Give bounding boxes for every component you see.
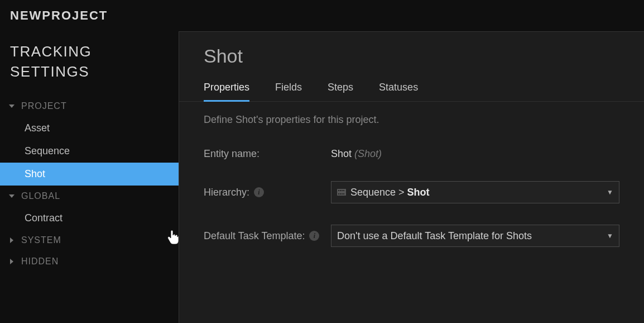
chevron-down-icon [8,104,16,108]
chevron-right-icon [8,259,16,264]
svg-rect-8 [343,193,344,194]
page-title: Shot [179,32,644,74]
info-icon[interactable]: i [309,231,319,241]
row-entity-name: Entity name: Shot (Shot) [204,148,619,160]
value-entity-name: Shot (Shot) [331,148,619,160]
main-panel: Shot Properties Fields Steps Statuses De… [179,31,644,323]
tabs: Properties Fields Steps Statuses [179,74,644,102]
info-icon[interactable]: i [254,187,264,197]
sidebar-section-global[interactable]: GLOBAL [0,186,179,207]
svg-rect-5 [338,193,339,194]
sidebar-section-hidden[interactable]: HIDDEN [0,251,179,272]
dropdown-caret-icon: ▼ [607,232,613,240]
chevron-right-icon [8,238,16,243]
properties-form: Entity name: Shot (Shot) Hierarchy: i [179,148,644,247]
body: TRACKING SETTINGS PROJECT Asset Sequence… [0,31,644,323]
sidebar-section-project[interactable]: PROJECT [0,96,179,117]
sidebar-section-label: HIDDEN [21,256,59,267]
tab-statuses[interactable]: Statuses [379,82,418,101]
app-root: NEWPROJECT TRACKING SETTINGS PROJECT Ass… [0,0,644,323]
sidebar-item-shot[interactable]: Shot [0,163,179,186]
sidebar-title-line1: TRACKING [10,43,92,60]
svg-rect-6 [340,193,341,194]
value-template: Don't use a Default Task Template for Sh… [331,225,619,247]
svg-rect-4 [343,190,344,191]
sidebar-item-sequence[interactable]: Sequence [0,140,179,163]
main-inner: Shot Properties Fields Steps Statuses De… [179,32,644,323]
tab-label: Fields [275,82,302,93]
filmstrip-icon [337,188,346,197]
svg-rect-7 [342,193,343,194]
label-hierarchy: Hierarchy: i [204,187,331,198]
svg-rect-2 [340,190,341,191]
tab-properties[interactable]: Properties [204,82,249,101]
tab-label: Steps [328,82,353,93]
sidebar-item-contract[interactable]: Contract [0,207,179,230]
label-text: Hierarchy: [204,187,249,198]
topbar: NEWPROJECT [0,0,644,31]
label-text: Entity name: [204,148,259,160]
entity-name-paren: (Shot) [354,148,382,159]
hierarchy-prefix: Sequence > [350,187,407,198]
project-name: NEWPROJECT [10,8,108,23]
svg-rect-1 [338,190,339,191]
template-select-text: Don't use a Default Task Template for Sh… [337,230,532,242]
sidebar-title-line2: SETTINGS [10,63,89,80]
sidebar-item-label: Contract [25,212,63,224]
sidebar-item-label: Sequence [25,145,70,156]
sidebar-item-asset[interactable]: Asset [0,117,179,140]
hierarchy-select[interactable]: Sequence > Shot ▼ [331,181,619,203]
label-text: Default Task Template: [204,230,305,242]
chevron-down-icon [8,194,16,198]
sidebar-title: TRACKING SETTINGS [0,38,179,96]
sidebar-section-system[interactable]: SYSTEM [0,230,179,251]
template-select[interactable]: Don't use a Default Task Template for Sh… [331,225,619,247]
hierarchy-path: Sequence > Shot [350,187,430,198]
row-hierarchy: Hierarchy: i [204,181,619,203]
panel-description: Define Shot's properties for this projec… [179,102,644,148]
tab-label: Properties [204,82,249,93]
sidebar-item-label: Asset [25,122,50,134]
tab-steps[interactable]: Steps [328,82,353,101]
svg-rect-0 [337,189,346,196]
tab-fields[interactable]: Fields [275,82,302,101]
label-entity-name: Entity name: [204,148,331,160]
tab-label: Statuses [379,82,418,93]
svg-rect-3 [342,190,343,191]
sidebar-item-label: Shot [25,168,45,179]
sidebar-section-label: GLOBAL [21,191,60,201]
sidebar-section-label: PROJECT [21,101,67,111]
sidebar: TRACKING SETTINGS PROJECT Asset Sequence… [0,31,179,323]
label-template: Default Task Template: i [204,230,331,242]
row-template: Default Task Template: i Don't use a Def… [204,225,619,247]
entity-name-text: Shot [331,148,352,159]
dropdown-caret-icon: ▼ [607,188,613,196]
sidebar-section-label: SYSTEM [21,235,61,245]
value-hierarchy: Sequence > Shot ▼ [331,181,619,203]
hierarchy-bold: Shot [407,187,430,198]
